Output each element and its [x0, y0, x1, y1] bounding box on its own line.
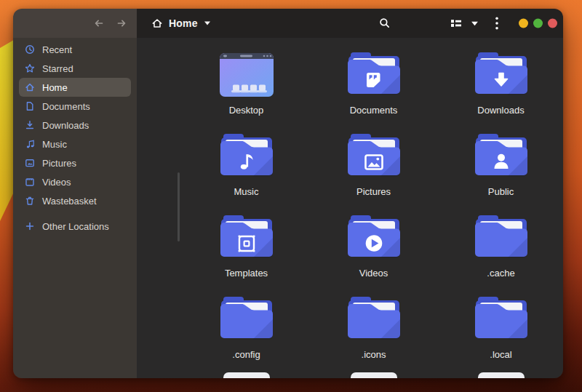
maximize-button[interactable] [533, 19, 543, 28]
folder-icon-template [218, 215, 276, 260]
image-icon [25, 158, 35, 168]
forward-arrow-icon [118, 20, 124, 25]
search-icon [379, 17, 391, 29]
sidebar-item-label: Downloads [42, 120, 89, 131]
window-body: RecentStarredHomeDocumentsDownloadsMusic… [13, 38, 563, 378]
folder-icon-play [345, 215, 403, 260]
folder-icon [472, 215, 530, 260]
file-label: Public [488, 186, 514, 197]
folder-icon-person [472, 134, 530, 179]
file-label: .local [490, 349, 511, 360]
sidebar-titlebar [13, 9, 137, 38]
folder-icon [472, 297, 530, 342]
sidebar-item-videos[interactable]: Videos [19, 172, 131, 191]
file-item-config[interactable]: .config [183, 297, 310, 364]
plus-icon [25, 221, 35, 231]
sidebar-item-label: Wastebasket [42, 196, 97, 207]
sidebar-item-documents[interactable]: Documents [19, 97, 131, 116]
list-view-icon [450, 17, 462, 29]
music-icon [25, 139, 35, 149]
sidebar-item-wastebasket[interactable]: Wastebasket [19, 191, 131, 210]
folder-icon-download [472, 52, 530, 97]
window-controls [519, 19, 557, 28]
sidebar-item-label: Recent [42, 44, 72, 55]
minimize-button[interactable] [519, 19, 528, 28]
sidebar-item-starred[interactable]: Starred [19, 59, 131, 78]
sidebar-item-music[interactable]: Music [19, 135, 131, 153]
sidebar-item-other-locations[interactable]: Other Locations [19, 217, 131, 236]
file-item-downloads[interactable]: Downloads [437, 52, 563, 119]
sidebar-item-label: Videos [42, 177, 71, 188]
home-icon [151, 17, 163, 29]
file-browser-content: Desktop Documents Downloads Music Pictur… [137, 38, 563, 378]
forward-button[interactable] [112, 14, 131, 33]
file-label: Videos [359, 268, 388, 279]
file-item-public[interactable]: Public [437, 134, 563, 201]
file-item-pictures[interactable]: Pictures [310, 134, 437, 201]
sidebar-item-label: Starred [42, 63, 73, 74]
file-item-cache[interactable]: .cache [437, 215, 563, 282]
folder-icon [218, 297, 276, 342]
file-label: .cache [487, 268, 514, 279]
file-item-icons[interactable]: .icons [310, 297, 437, 364]
sidebar-item-recent[interactable]: Recent [19, 40, 131, 59]
sidebar-item-home[interactable]: Home [19, 78, 131, 97]
partial-folder-icon[interactable] [223, 372, 270, 378]
file-label: Downloads [477, 105, 524, 116]
file-label: .icons [362, 349, 386, 360]
home-icon [25, 82, 35, 92]
file-item-videos[interactable]: Videos [310, 215, 437, 282]
sidebar-item-label: Pictures [42, 158, 76, 169]
list-view-toggle-button[interactable] [446, 13, 466, 33]
file-label: Templates [225, 268, 268, 279]
folder-icon-image [345, 134, 403, 179]
file-item-desktop[interactable]: Desktop [183, 52, 310, 119]
pathbar-label: Home [169, 17, 198, 29]
view-options-button[interactable] [466, 13, 482, 33]
sidebar-item-label: Music [42, 139, 67, 150]
files-window: Home RecentStarredHomeDocumentsDownloads… [13, 9, 563, 378]
sidebar: RecentStarredHomeDocumentsDownloadsMusic… [13, 38, 137, 378]
clock-icon [25, 44, 35, 55]
file-label: Desktop [229, 105, 264, 116]
close-button[interactable] [548, 19, 557, 28]
search-button[interactable] [375, 13, 395, 33]
back-arrow-icon [95, 20, 102, 25]
sidebar-item-pictures[interactable]: Pictures [19, 153, 131, 172]
file-item-templates[interactable]: Templates [183, 215, 310, 282]
file-label: .config [232, 349, 260, 360]
desktop-icon [218, 52, 276, 97]
scrollbar-thumb[interactable] [178, 172, 180, 241]
star-icon [25, 63, 35, 73]
folder-icon [345, 297, 403, 342]
partial-folder-icon[interactable] [478, 372, 525, 378]
menu-button[interactable] [488, 13, 506, 33]
titlebar: Home [13, 9, 563, 38]
trash-icon [25, 196, 35, 206]
file-label: Documents [350, 105, 398, 116]
document-icon [25, 101, 35, 111]
chevron-down-icon [471, 20, 479, 27]
sidebar-item-label: Other Locations [42, 221, 109, 232]
file-label: Pictures [356, 186, 391, 197]
file-grid: Desktop Documents Downloads Music Pictur… [137, 38, 563, 364]
pathbar-location-button[interactable]: Home [144, 14, 218, 33]
kebab-menu-icon [495, 17, 498, 30]
file-item-music[interactable]: Music [183, 134, 310, 201]
chevron-down-icon [204, 20, 211, 26]
folder-icon-documents [345, 52, 403, 97]
sidebar-item-label: Documents [42, 101, 90, 112]
sidebar-item-label: Home [42, 82, 68, 93]
folder-icon-music [218, 134, 276, 179]
sidebar-item-downloads[interactable]: Downloads [19, 116, 131, 135]
partial-folder-icon[interactable] [351, 372, 397, 378]
sidebar-list: RecentStarredHomeDocumentsDownloadsMusic… [13, 40, 137, 236]
file-label: Music [234, 186, 259, 197]
back-button[interactable] [89, 14, 108, 33]
main-titlebar: Home [137, 9, 563, 38]
film-icon [25, 177, 35, 187]
download-icon [25, 120, 35, 130]
file-item-local[interactable]: .local [437, 297, 563, 364]
file-item-documents[interactable]: Documents [310, 52, 437, 119]
